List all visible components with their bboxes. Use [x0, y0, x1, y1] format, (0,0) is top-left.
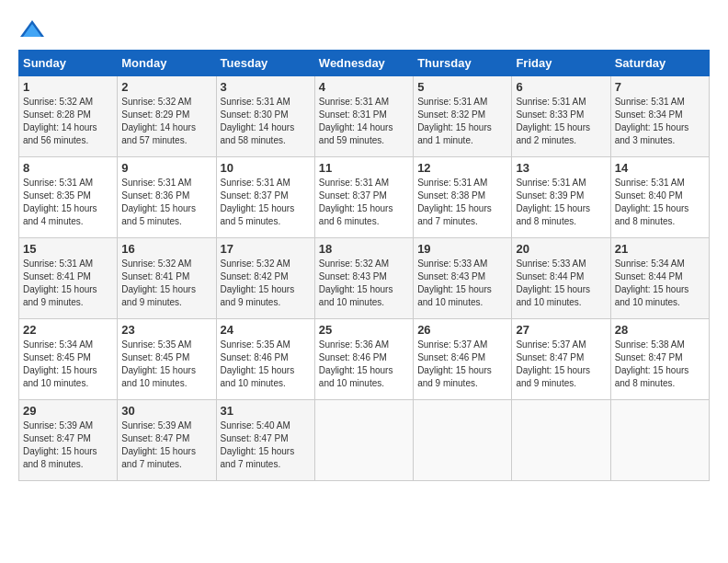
- day-number: 17: [221, 242, 311, 256]
- day-number: 5: [417, 80, 507, 94]
- calendar-cell-26: 26Sunrise: 5:37 AM Sunset: 8:46 PM Dayli…: [414, 319, 512, 400]
- calendar-cell-9: 9Sunrise: 5:31 AM Sunset: 8:36 PM Daylig…: [118, 157, 216, 238]
- calendar-cell-21: 21Sunrise: 5:34 AM Sunset: 8:44 PM Dayli…: [610, 238, 709, 319]
- day-info: Sunrise: 5:31 AM Sunset: 8:36 PM Dayligh…: [121, 177, 211, 228]
- day-info: Sunrise: 5:37 AM Sunset: 8:46 PM Dayligh…: [417, 339, 507, 390]
- day-number: 28: [615, 323, 705, 337]
- day-info: Sunrise: 5:40 AM Sunset: 8:47 PM Dayligh…: [221, 419, 311, 471]
- day-number: 30: [121, 404, 211, 418]
- weekday-header-thursday: Thursday: [414, 51, 512, 76]
- weekday-header-friday: Friday: [512, 51, 610, 76]
- day-number: 18: [319, 242, 409, 256]
- day-number: 25: [319, 323, 409, 337]
- day-number: 2: [121, 80, 211, 94]
- weekday-header-tuesday: Tuesday: [216, 51, 314, 76]
- calendar-cell-12: 12Sunrise: 5:31 AM Sunset: 8:38 PM Dayli…: [414, 157, 512, 238]
- page-header: [18, 18, 710, 40]
- day-info: Sunrise: 5:32 AM Sunset: 8:41 PM Dayligh…: [121, 258, 211, 309]
- calendar-cell-31: 31Sunrise: 5:40 AM Sunset: 8:47 PM Dayli…: [216, 400, 314, 481]
- day-number: 8: [23, 161, 113, 175]
- day-number: 14: [615, 161, 705, 175]
- weekday-header-saturday: Saturday: [610, 51, 709, 76]
- day-info: Sunrise: 5:32 AM Sunset: 8:43 PM Dayligh…: [319, 258, 409, 309]
- day-info: Sunrise: 5:35 AM Sunset: 8:45 PM Dayligh…: [121, 339, 211, 390]
- calendar-cell-19: 19Sunrise: 5:33 AM Sunset: 8:43 PM Dayli…: [414, 238, 512, 319]
- day-number: 15: [23, 242, 113, 256]
- calendar-cell-1: 1Sunrise: 5:32 AM Sunset: 8:28 PM Daylig…: [19, 76, 118, 157]
- calendar-cell-30: 30Sunrise: 5:39 AM Sunset: 8:47 PM Dayli…: [118, 400, 216, 481]
- weekday-header-wednesday: Wednesday: [314, 51, 413, 76]
- day-number: 20: [516, 242, 606, 256]
- day-info: Sunrise: 5:32 AM Sunset: 8:29 PM Dayligh…: [121, 96, 211, 147]
- day-info: Sunrise: 5:31 AM Sunset: 8:33 PM Dayligh…: [516, 96, 606, 147]
- day-number: 10: [221, 161, 311, 175]
- day-number: 3: [221, 80, 311, 94]
- day-info: Sunrise: 5:39 AM Sunset: 8:47 PM Dayligh…: [121, 419, 211, 471]
- day-number: 21: [615, 242, 705, 256]
- day-info: Sunrise: 5:33 AM Sunset: 8:44 PM Dayligh…: [516, 258, 606, 309]
- calendar-cell-2: 2Sunrise: 5:32 AM Sunset: 8:29 PM Daylig…: [118, 76, 216, 157]
- day-info: Sunrise: 5:31 AM Sunset: 8:30 PM Dayligh…: [221, 96, 311, 147]
- calendar-cell-empty: [414, 400, 512, 481]
- day-info: Sunrise: 5:32 AM Sunset: 8:28 PM Dayligh…: [23, 96, 113, 147]
- day-info: Sunrise: 5:31 AM Sunset: 8:40 PM Dayligh…: [615, 177, 705, 228]
- calendar-cell-15: 15Sunrise: 5:31 AM Sunset: 8:41 PM Dayli…: [19, 238, 118, 319]
- day-number: 19: [417, 242, 507, 256]
- calendar-week-5: 29Sunrise: 5:39 AM Sunset: 8:47 PM Dayli…: [19, 400, 710, 481]
- day-number: 7: [615, 80, 705, 94]
- calendar-cell-7: 7Sunrise: 5:31 AM Sunset: 8:34 PM Daylig…: [610, 76, 709, 157]
- day-info: Sunrise: 5:31 AM Sunset: 8:31 PM Dayligh…: [319, 96, 409, 147]
- day-info: Sunrise: 5:35 AM Sunset: 8:46 PM Dayligh…: [221, 339, 311, 390]
- day-info: Sunrise: 5:36 AM Sunset: 8:46 PM Dayligh…: [319, 339, 409, 390]
- day-number: 9: [121, 161, 211, 175]
- calendar-cell-6: 6Sunrise: 5:31 AM Sunset: 8:33 PM Daylig…: [512, 76, 610, 157]
- calendar-week-2: 8Sunrise: 5:31 AM Sunset: 8:35 PM Daylig…: [19, 157, 710, 238]
- day-number: 29: [23, 404, 113, 418]
- calendar-cell-27: 27Sunrise: 5:37 AM Sunset: 8:47 PM Dayli…: [512, 319, 610, 400]
- day-info: Sunrise: 5:37 AM Sunset: 8:47 PM Dayligh…: [516, 339, 606, 390]
- logo-icon: [18, 18, 46, 40]
- day-info: Sunrise: 5:31 AM Sunset: 8:32 PM Dayligh…: [417, 96, 507, 147]
- calendar-cell-11: 11Sunrise: 5:31 AM Sunset: 8:37 PM Dayli…: [314, 157, 413, 238]
- calendar-week-3: 15Sunrise: 5:31 AM Sunset: 8:41 PM Dayli…: [19, 238, 710, 319]
- day-info: Sunrise: 5:31 AM Sunset: 8:39 PM Dayligh…: [516, 177, 606, 228]
- day-info: Sunrise: 5:31 AM Sunset: 8:41 PM Dayligh…: [23, 258, 113, 309]
- calendar-cell-4: 4Sunrise: 5:31 AM Sunset: 8:31 PM Daylig…: [314, 76, 413, 157]
- calendar-cell-28: 28Sunrise: 5:38 AM Sunset: 8:47 PM Dayli…: [610, 319, 709, 400]
- calendar-table: SundayMondayTuesdayWednesdayThursdayFrid…: [18, 50, 710, 481]
- calendar-cell-23: 23Sunrise: 5:35 AM Sunset: 8:45 PM Dayli…: [118, 319, 216, 400]
- calendar-cell-29: 29Sunrise: 5:39 AM Sunset: 8:47 PM Dayli…: [19, 400, 118, 481]
- day-number: 22: [23, 323, 113, 337]
- day-info: Sunrise: 5:31 AM Sunset: 8:37 PM Dayligh…: [319, 177, 409, 228]
- day-info: Sunrise: 5:31 AM Sunset: 8:37 PM Dayligh…: [221, 177, 311, 228]
- calendar-cell-8: 8Sunrise: 5:31 AM Sunset: 8:35 PM Daylig…: [19, 157, 118, 238]
- weekday-header-row: SundayMondayTuesdayWednesdayThursdayFrid…: [19, 51, 710, 76]
- day-info: Sunrise: 5:31 AM Sunset: 8:34 PM Dayligh…: [615, 96, 705, 147]
- weekday-header-sunday: Sunday: [19, 51, 118, 76]
- calendar-cell-24: 24Sunrise: 5:35 AM Sunset: 8:46 PM Dayli…: [216, 319, 314, 400]
- day-number: 6: [516, 80, 606, 94]
- day-number: 31: [221, 404, 311, 418]
- day-number: 26: [417, 323, 507, 337]
- weekday-header-monday: Monday: [118, 51, 216, 76]
- day-number: 16: [121, 242, 211, 256]
- day-number: 23: [121, 323, 211, 337]
- day-info: Sunrise: 5:31 AM Sunset: 8:35 PM Dayligh…: [23, 177, 113, 228]
- calendar-cell-14: 14Sunrise: 5:31 AM Sunset: 8:40 PM Dayli…: [610, 157, 709, 238]
- calendar-cell-16: 16Sunrise: 5:32 AM Sunset: 8:41 PM Dayli…: [118, 238, 216, 319]
- calendar-cell-22: 22Sunrise: 5:34 AM Sunset: 8:45 PM Dayli…: [19, 319, 118, 400]
- day-number: 27: [516, 323, 606, 337]
- day-info: Sunrise: 5:32 AM Sunset: 8:42 PM Dayligh…: [221, 258, 311, 309]
- day-number: 12: [417, 161, 507, 175]
- calendar-cell-empty: [512, 400, 610, 481]
- day-info: Sunrise: 5:38 AM Sunset: 8:47 PM Dayligh…: [615, 339, 705, 390]
- day-number: 11: [319, 161, 409, 175]
- calendar-cell-5: 5Sunrise: 5:31 AM Sunset: 8:32 PM Daylig…: [414, 76, 512, 157]
- calendar-cell-18: 18Sunrise: 5:32 AM Sunset: 8:43 PM Dayli…: [314, 238, 413, 319]
- logo: [18, 18, 48, 40]
- calendar-cell-25: 25Sunrise: 5:36 AM Sunset: 8:46 PM Dayli…: [314, 319, 413, 400]
- calendar-cell-13: 13Sunrise: 5:31 AM Sunset: 8:39 PM Dayli…: [512, 157, 610, 238]
- day-info: Sunrise: 5:34 AM Sunset: 8:45 PM Dayligh…: [23, 339, 113, 390]
- calendar-cell-empty: [610, 400, 709, 481]
- day-number: 24: [221, 323, 311, 337]
